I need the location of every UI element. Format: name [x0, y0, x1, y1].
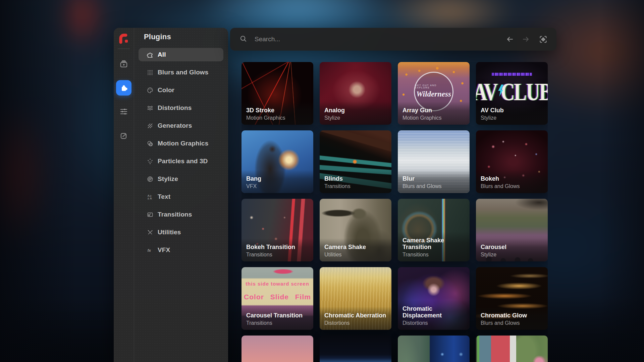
rail-divider — [118, 49, 130, 49]
category-label: Color — [158, 86, 174, 94]
plugin-card-title: Blinds — [324, 175, 387, 182]
plugin-card-label: Carousel Transition Transitions — [241, 307, 313, 330]
plugin-card-partial[interactable] — [476, 336, 548, 362]
plugin-card-analog[interactable]: Analog Stylize — [320, 62, 391, 125]
plugin-card-label: Blinds Transitions — [320, 170, 391, 193]
glitch-bar — [492, 73, 532, 76]
plugin-card-label: Bokeh Blurs and Glows — [476, 170, 548, 193]
plugin-card-blur[interactable]: Blur Blurs and Glows — [398, 130, 470, 193]
sidebar-item-transitions[interactable]: Transitions — [139, 208, 223, 221]
plugin-card-category: Motion Graphics — [246, 115, 309, 121]
sidebar-item-text[interactable]: AaaA Text — [139, 190, 223, 203]
category-label: Distortions — [158, 104, 192, 112]
sidebar-item-generators[interactable]: Generators — [139, 119, 223, 132]
plugin-card-carousel-transition[interactable]: this side toward screenColor Slide Film … — [241, 267, 313, 330]
plugin-card-label: Camera Shake Utilities — [320, 238, 391, 261]
plugin-card-title: Analog — [324, 107, 387, 114]
plugin-card-camera-shake-transition[interactable]: Camera Shake Transition Transitions — [398, 199, 470, 261]
category-icon — [147, 87, 154, 94]
plugin-card-blinds[interactable]: Blinds Transitions — [320, 130, 391, 193]
plugin-card-label: Array Gun Motion Graphics — [398, 102, 470, 125]
plugins-icon[interactable] — [116, 80, 131, 96]
category-panel: Plugins All Blurs and Glows Color Distor… — [134, 28, 228, 362]
category-label: Motion Graphics — [158, 140, 208, 147]
category-icon — [147, 51, 154, 58]
plugin-card-chromatic-glow[interactable]: Chromatic Glow Blurs and Glows — [476, 267, 548, 330]
plugin-card-title: Bokeh — [481, 175, 543, 182]
plugin-card-category: Utilities — [324, 252, 387, 258]
svg-text:A: A — [150, 197, 152, 200]
pick-frame-icon[interactable] — [539, 35, 548, 44]
app-logo — [118, 33, 129, 44]
plugin-card-title: Bokeh Transition — [246, 244, 309, 251]
plugin-card-bokeh[interactable]: Bokeh Blurs and Glows — [476, 130, 548, 193]
plugin-card-label: Camera Shake Transition Transitions — [398, 232, 470, 261]
forward-arrow-icon[interactable] — [522, 35, 530, 43]
plugin-grid: 3D Stroke Motion Graphics Analog Stylize… — [241, 62, 548, 362]
plugin-card-title: Carousel Transition — [246, 312, 309, 319]
sidebar-item-all[interactable]: All — [139, 48, 223, 61]
category-icon — [147, 229, 154, 236]
plugin-card-category: Distortions — [324, 320, 387, 326]
media-library-icon[interactable] — [116, 56, 131, 72]
category-icon — [147, 176, 154, 183]
category-icon — [147, 69, 154, 76]
panel-title: Plugins — [144, 33, 228, 41]
category-label: Text — [158, 193, 170, 200]
plugin-card-category: Distortions — [402, 320, 465, 326]
sidebar-item-utilities[interactable]: Utilities — [139, 226, 223, 239]
plugin-card-label: Chromatic Displacement Distortions — [398, 300, 470, 330]
plugin-card-partial[interactable] — [398, 336, 470, 362]
left-rail — [114, 28, 134, 362]
plugin-card-label: Carousel Stylize — [476, 238, 548, 261]
search-input[interactable] — [254, 35, 506, 43]
search-bar — [230, 28, 556, 51]
category-label: Generators — [158, 122, 192, 129]
sidebar-item-particles-and-3d[interactable]: Particles and 3D — [139, 155, 223, 168]
settings-sliders-icon[interactable] — [116, 104, 131, 119]
edit-icon[interactable] — [116, 128, 131, 143]
plugin-card-partial[interactable] — [320, 336, 391, 362]
plugin-card-title: Chromatic Displacement — [402, 305, 465, 319]
sidebar-item-vfx[interactable]: fx VFX — [139, 243, 223, 257]
sidebar-item-distortions[interactable]: Distortions — [139, 101, 223, 115]
film-leader-text: this side toward screen — [241, 281, 313, 287]
plugin-card-3d-stroke[interactable]: 3D Stroke Motion Graphics — [241, 62, 313, 125]
plugin-card-title: Carousel — [481, 244, 543, 251]
back-arrow-icon[interactable] — [506, 35, 514, 43]
plugin-card-label: Bokeh Transition Transitions — [241, 238, 313, 261]
category-label: Utilities — [158, 229, 181, 236]
plugin-card-bokeh-transition[interactable]: Bokeh Transition Transitions — [241, 199, 313, 261]
plugin-card-title: Chromatic Aberration — [324, 312, 387, 319]
category-label: Particles and 3D — [158, 158, 208, 165]
category-label: Transitions — [158, 211, 192, 218]
plugin-card-category: Transitions — [246, 320, 309, 326]
plugin-card-bang[interactable]: Bang VFX — [241, 130, 313, 193]
plugin-card-category: Transitions — [402, 252, 465, 258]
category-label: VFX — [158, 246, 170, 254]
plugin-card-category: Stylize — [481, 252, 543, 258]
plugin-card-label: Bang VFX — [241, 170, 313, 193]
plugin-card-partial[interactable] — [241, 336, 313, 362]
sidebar-item-color[interactable]: Color — [139, 83, 223, 97]
plugin-card-title: Camera Shake — [324, 244, 387, 251]
plugin-card-av-club[interactable]: AV CLUB AV Club Stylize — [476, 62, 548, 125]
plugin-card-camera-shake[interactable]: Camera Shake Utilities — [320, 199, 391, 261]
plugin-card-chromatic-displacement[interactable]: Chromatic Displacement Distortions — [398, 267, 470, 330]
plugin-card-label: Blur Blurs and Glows — [398, 170, 470, 193]
plugin-card-chromatic-aberration[interactable]: Chromatic Aberration Distortions — [320, 267, 391, 330]
plugin-card-category: Motion Graphics — [402, 115, 465, 121]
sidebar-item-motion-graphics[interactable]: Motion Graphics — [139, 137, 223, 150]
plugin-card-title: Bang — [246, 175, 309, 182]
plugin-card-carousel[interactable]: Carousel Stylize — [476, 199, 548, 261]
category-icon: fx — [147, 247, 154, 254]
svg-text:a: a — [148, 197, 149, 200]
plugin-card-category: Transitions — [246, 252, 309, 258]
plugins-panel: Plugins All Blurs and Glows Color Distor… — [114, 28, 228, 362]
category-label: Stylize — [158, 175, 178, 183]
plugin-card-title: AV Club — [481, 107, 543, 114]
sidebar-item-blurs-and-glows[interactable]: Blurs and Glows — [139, 66, 223, 79]
sidebar-item-stylize[interactable]: Stylize — [139, 172, 223, 186]
plugin-card-array-gun[interactable]: GET OUT AND EXPLOREWilderness Array Gun … — [398, 62, 470, 125]
plugin-card-category: Blurs and Glows — [402, 183, 465, 189]
